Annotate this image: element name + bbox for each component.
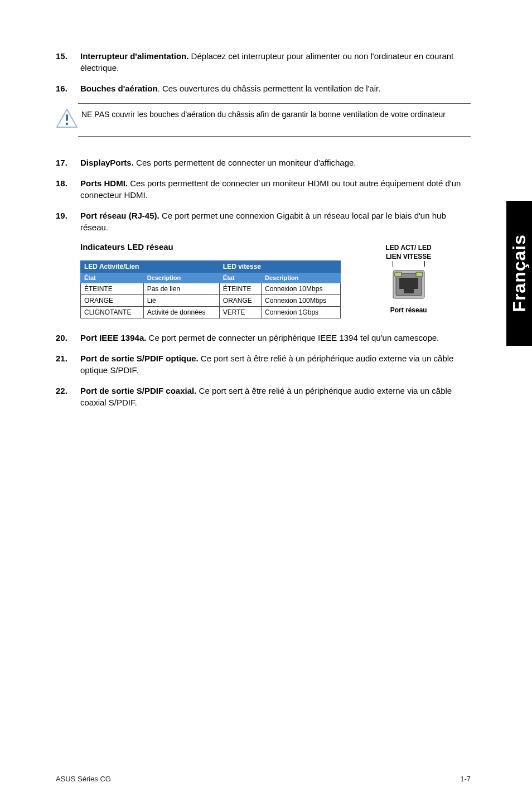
svg-point-2 [66,123,69,125]
item-title: Port IEEE 1394a. [80,333,146,342]
table-cell: Connexion 10Mbps [261,283,340,295]
page-footer: ASUS Séries CG 1-7 [56,775,471,783]
tick-right [424,261,425,267]
page: 15. Interrupteur d'alimentation. Déplace… [0,0,532,802]
port-caption: Port réseau [346,306,471,314]
table-header-speed: LED vitesse [219,261,340,273]
item-number: 18. [56,177,80,201]
item-number: 16. [56,83,80,94]
list-item-20: 20. Port IEEE 1394a. Ce port permet de c… [56,332,471,344]
warning-text: NE PAS couvrir les bouches d'aération du… [81,108,471,120]
divider [78,103,471,104]
table-cell: Lié [143,295,219,307]
list-item-17: 17. DisplayPorts. Ces ports permettent d… [56,157,471,168]
table-col-desc: Description [143,273,219,283]
table-col-desc: Description [261,273,340,283]
item-text: Ces ports permettent de connecter un mon… [80,178,461,200]
table-cell: Connexion 100Mbps [261,295,340,307]
item-title: Ports HDMI. [80,178,128,188]
table-cell: Pas de lien [143,283,219,295]
list-item-22: 22. Port de sortie S/PDIF coaxial. Ce po… [56,385,471,408]
port-label-line1: LED ACT/ LED [346,244,471,252]
svg-rect-5 [395,272,402,277]
item-text: Ce port permet de connecter un périphéri… [146,333,439,342]
svg-rect-6 [416,272,423,277]
table-cell: VERTE [219,307,261,318]
table-col-state: État [81,273,144,283]
language-tab: Français [506,201,532,346]
item-body: Ports HDMI. Ces ports permettent de conn… [80,177,471,201]
item-number: 19. [56,210,80,233]
table-cell: ÉTEINTE [219,283,261,295]
item-title: Port de sortie S/PDIF coaxial. [80,386,196,395]
table-cell: ORANGE [81,295,144,307]
item-title: Bouches d'aération [80,84,158,93]
item-number: 20. [56,332,80,344]
list-item-15: 15. Interrupteur d'alimentation. Déplace… [56,50,471,74]
item-body: Interrupteur d'alimentation. Déplacez ce… [80,50,471,74]
svg-rect-7 [399,278,418,289]
port-label-line2: LIEN VITESSE [346,253,471,260]
item-number: 17. [56,157,80,168]
divider [78,136,471,137]
svg-rect-1 [66,114,68,121]
item-title: Port de sortie S/PDIF optique. [80,354,199,363]
table-cell: ORANGE [219,295,261,307]
item-body: Port IEEE 1394a. Ce port permet de conne… [80,332,471,344]
list-item-18: 18. Ports HDMI. Ces ports permettent de … [56,177,471,201]
table-cell: CLIGNOTANTE [81,307,144,318]
table-row: CLIGNOTANTE Activité de données VERTE Co… [81,307,341,318]
item-body: Port de sortie S/PDIF coaxial. Ce port s… [80,385,471,408]
table-header-activity: LED Activité/Lien [81,261,220,273]
list-item-19: 19. Port réseau (RJ-45). Ce port permet … [56,210,471,233]
language-tab-label: Français [509,234,530,312]
table-cell: Connexion 1Gbps [261,307,340,318]
footer-left: ASUS Séries CG [56,775,111,783]
list-item-21: 21. Port de sortie S/PDIF optique. Ce po… [56,352,471,376]
table-col-state: État [219,273,261,283]
item-title: DisplayPorts. [80,158,134,167]
lan-port-diagram: LED ACT/ LED LIEN VITESSE Port réseau [346,260,471,315]
item-number: 22. [56,385,80,408]
item-number: 21. [56,352,80,376]
tick-left [393,261,393,267]
table-cell: Activité de données [143,307,219,318]
item-body: Port réseau (RJ-45). Ce port permet une … [80,210,471,233]
svg-rect-8 [404,289,414,293]
item-body: Port de sortie S/PDIF optique. Ce port s… [80,352,471,376]
item-text: . Ces ouvertures du châssis permettent l… [158,84,381,93]
table-row: ORANGE Lié ORANGE Connexion 100Mbps [81,295,341,307]
item-body: Bouches d'aération. Ces ouvertures du ch… [80,83,471,94]
table-and-port-row: LED Activité/Lien LED vitesse État Descr… [80,260,471,318]
item-text: Ces ports permettent de connecter un mon… [134,158,356,167]
led-table: LED Activité/Lien LED vitesse État Descr… [80,260,341,318]
warning-note: NE PAS couvrir les bouches d'aération du… [56,108,471,131]
footer-right: 1-7 [460,775,471,783]
table-cell: ÉTEINTE [81,283,144,295]
item-title: Interrupteur d'alimentation. [80,51,188,61]
port-tick-lines [393,261,425,267]
warning-icon [56,108,81,131]
rj45-port-icon [393,270,425,299]
list-item-16: 16. Bouches d'aération. Ces ouvertures d… [56,83,471,94]
item-number: 15. [56,50,80,74]
table-row: ÉTEINTE Pas de lien ÉTEINTE Connexion 10… [81,283,341,295]
item-title: Port réseau (RJ-45). [80,211,159,220]
item-body: DisplayPorts. Ces ports permettent de co… [80,157,471,168]
